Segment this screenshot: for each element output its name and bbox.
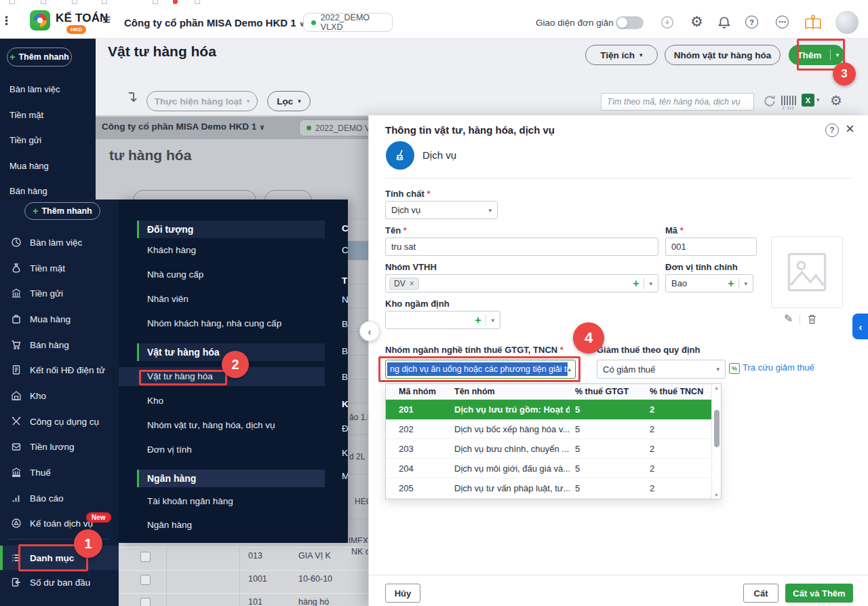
- workspace-tab[interactable]: 2022_DEMO VLXD: [303, 13, 393, 32]
- quick-add-button[interactable]: +Thêm nhanh: [24, 202, 100, 220]
- hamburger-icon[interactable]: ≡: [102, 12, 111, 28]
- sidebar-item-cong-cu[interactable]: Công cụ dụng cụ: [0, 413, 119, 430]
- top-bar: ⋮ KẾ TOÁN HKD ≡ Công ty cổ phần MISA Dem…: [0, 0, 868, 39]
- sidebar-item-tien-mat[interactable]: Tiền mặt: [0, 260, 119, 276]
- sidebar-item-ban-lam-viec[interactable]: Bàn làm việc: [9, 84, 60, 94]
- clipped-column-text: K: [342, 399, 348, 409]
- app-logo[interactable]: [30, 10, 50, 31]
- sidebar-item-tien-luong[interactable]: Tiền lương: [0, 438, 119, 455]
- ten-input[interactable]: tru sat: [385, 238, 658, 256]
- dropdown-scrollbar[interactable]: ▲ ▼: [711, 384, 721, 499]
- dropdown-row[interactable]: 204Dịch vụ môi giới, đấu giá và...52: [386, 459, 711, 478]
- warehouse-icon: [11, 390, 22, 401]
- quick-add-button[interactable]: +Thêm nhanh: [7, 48, 72, 67]
- refresh-icon[interactable]: [762, 94, 777, 109]
- side-expand-tab[interactable]: ‹: [852, 314, 868, 339]
- sidebar-item-ban-hang[interactable]: Bán hàng: [0, 337, 119, 353]
- row-checkbox[interactable]: [140, 598, 151, 606]
- app-menu-dots-icon[interactable]: ⋮: [1, 14, 12, 28]
- filter-button[interactable]: Lọc▾: [267, 91, 311, 111]
- dropdown-row[interactable]: 202Dịch vụ bốc xếp hàng hóa v...52: [386, 419, 711, 439]
- dropdown-caret-icon[interactable]: ▾: [491, 317, 494, 324]
- nhom-vthh-multiselect[interactable]: DV× +▾: [385, 274, 658, 292]
- search-input[interactable]: [601, 93, 754, 111]
- user-avatar[interactable]: [835, 11, 859, 34]
- sidebar-item-mua-hang[interactable]: Mua hàng: [0, 311, 119, 327]
- row-checkbox[interactable]: [140, 552, 151, 562]
- edit-image-icon[interactable]: ✎: [784, 312, 793, 325]
- collapse-panel-handle[interactable]: ‹: [359, 321, 380, 341]
- save-and-add-button[interactable]: Cất và Thêm: [785, 584, 853, 603]
- add-unit-icon[interactable]: +: [728, 278, 734, 290]
- sidebar-item-mua-hang[interactable]: Mua hàng: [9, 161, 49, 171]
- row-checkbox[interactable]: [140, 575, 151, 585]
- dropdown-row[interactable]: 203Dịch vụ bưu chính, chuyển ...52: [386, 439, 711, 459]
- vthh-chip[interactable]: DV×: [389, 278, 419, 290]
- excel-export-icon[interactable]: X: [802, 94, 814, 107]
- reduction-select[interactable]: Có giảm thuế▾: [597, 360, 726, 379]
- submenu-item-nhan-vien[interactable]: Nhân viên: [147, 294, 189, 304]
- clipped-column-text: T: [342, 276, 347, 286]
- submenu-header-ngan-hang: Ngân hàng: [137, 470, 325, 487]
- delete-image-icon[interactable]: [807, 314, 817, 324]
- sidebar-item-so-du-ban-dau[interactable]: Số dư ban đầu: [0, 574, 119, 590]
- dvt-select[interactable]: Bao+▾: [665, 274, 753, 292]
- sidebar-item-thue[interactable]: Thuế: [0, 464, 119, 480]
- kho-label: Kho ngầm định: [385, 299, 450, 309]
- utilities-button[interactable]: Tiện ích▾: [585, 45, 658, 65]
- sidebar-item-ban-lam-viec[interactable]: Bàn làm việc: [0, 234, 119, 250]
- dropdown-caret-icon[interactable]: ▾: [649, 280, 652, 287]
- add-group-icon[interactable]: +: [633, 278, 639, 290]
- tinh-chat-select[interactable]: Dịch vụ▾: [385, 201, 498, 219]
- sidebar-item-tien-gui[interactable]: Tiền gửi: [0, 285, 119, 301]
- sidebar-item-bao-cao[interactable]: Báo cáo: [0, 490, 119, 506]
- table-settings-gear-icon[interactable]: ⚙: [830, 92, 842, 109]
- modal-help-icon[interactable]: ?: [825, 124, 839, 137]
- tax-lookup-link[interactable]: Tra cứu giảm thuế: [743, 362, 814, 373]
- batch-action-button[interactable]: Thực hiện hàng loạt▾: [146, 91, 258, 111]
- dropdown-row-selected[interactable]: 201Dịch vụ lưu trú gồm: Hoạt đ...52: [386, 400, 711, 419]
- download-icon[interactable]: [660, 16, 674, 29]
- barcode-digits: 2 313: [783, 106, 795, 110]
- close-icon[interactable]: ×: [846, 120, 854, 138]
- app-logo-badge: HKD: [66, 25, 86, 34]
- submenu-item-kho[interactable]: Kho: [147, 396, 163, 406]
- excel-dropdown-caret-icon[interactable]: ▾: [816, 96, 820, 103]
- more-options-icon[interactable]: ⋯: [776, 16, 789, 29]
- item-type-label: Dịch vụ: [422, 149, 456, 161]
- sidebar-item-tien-mat[interactable]: Tiền mặt: [9, 110, 43, 120]
- company-selector[interactable]: Công ty cổ phần MISA Demo HKD 1 ∨: [124, 17, 305, 29]
- whats-new-lamp-icon[interactable]: [804, 14, 822, 31]
- ma-input[interactable]: 001: [665, 238, 757, 256]
- sidebar-item-ket-noi-hd[interactable]: Kết nối HĐ điện tử: [0, 362, 119, 378]
- sidebar-item-kho[interactable]: Kho: [0, 387, 119, 404]
- dropdown-caret-icon[interactable]: ▾: [744, 280, 747, 287]
- background-page-title-fragment: tư hàng hóa: [109, 147, 191, 164]
- cancel-button[interactable]: Hủy: [385, 584, 420, 603]
- scrollbar-thumb[interactable]: [714, 410, 719, 447]
- submenu-item-nhom-khach-hang[interactable]: Nhóm khách hàng, nhà cung cấp: [147, 318, 281, 328]
- submenu-item-tai-khoan-ngan-hang[interactable]: Tài khoản ngân hàng: [147, 496, 233, 506]
- kho-select[interactable]: +▾: [385, 311, 500, 329]
- submenu-item-nha-cung-cap[interactable]: Nhà cung cấp: [147, 269, 203, 280]
- sort-down-icon[interactable]: [126, 90, 140, 104]
- submenu-item-khach-hang[interactable]: Khách hàng: [147, 245, 196, 255]
- sidebar-item-tien-gui[interactable]: Tiền gửi: [9, 135, 41, 145]
- barcode-icon[interactable]: [781, 96, 797, 105]
- dropdown-row[interactable]: 205Dịch vụ tư vấn pháp luật, tư...52: [386, 478, 711, 498]
- notifications-bell-icon[interactable]: [717, 16, 731, 29]
- sidebar-item-ban-hang[interactable]: Bán hàng: [9, 186, 47, 196]
- group-materials-button[interactable]: Nhóm vật tư hàng hóa: [665, 45, 781, 65]
- settings-gear-icon[interactable]: ⚙: [690, 14, 703, 30]
- help-icon[interactable]: ?: [745, 16, 758, 29]
- add-warehouse-icon[interactable]: +: [475, 314, 481, 326]
- tax-group-dropdown: Mã nhóm Tên nhóm % thuế GTGT % thuế TNCN…: [385, 383, 722, 499]
- item-image-placeholder[interactable]: [771, 236, 843, 308]
- chip-remove-icon[interactable]: ×: [410, 279, 414, 288]
- submenu-item-nhom-vat-tu[interactable]: Nhóm vật tư, hàng hóa, dịch vụ: [147, 420, 275, 430]
- simple-ui-toggle[interactable]: [616, 16, 644, 29]
- submenu-item-ngan-hang[interactable]: Ngân hàng: [147, 520, 192, 530]
- submenu-item-don-vi-tinh[interactable]: Đơn vị tính: [147, 444, 192, 455]
- save-button[interactable]: Cất: [743, 584, 778, 603]
- background-cell-fragment: d 2L: [349, 452, 365, 461]
